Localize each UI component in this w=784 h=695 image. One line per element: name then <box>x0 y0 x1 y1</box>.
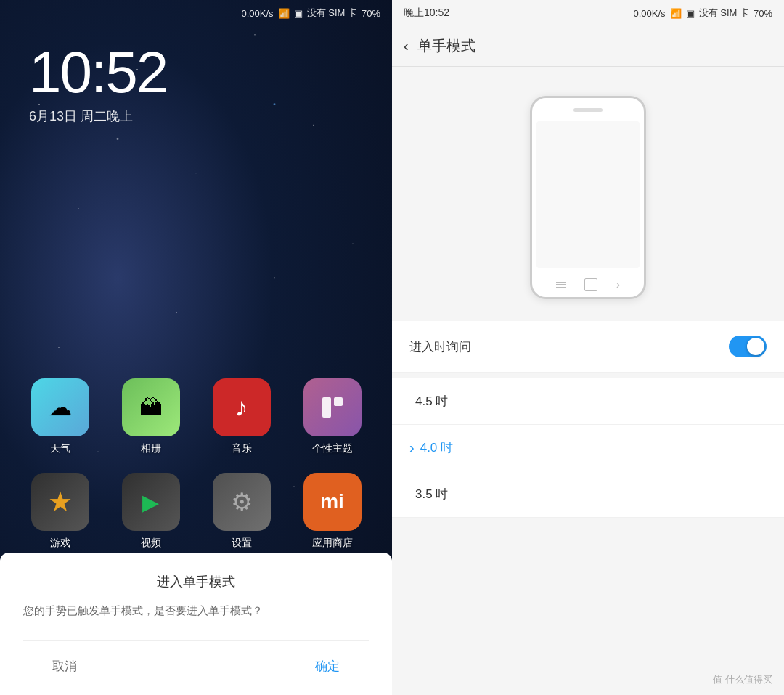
right-statusbar: 晚上10:52 0.00K/s 📶 ▣ 没有 SIM 卡 70% <box>392 0 784 26</box>
clock-time: 10:52 <box>29 44 167 102</box>
app-label-music: 音乐 <box>232 442 252 455</box>
phone-mock-speaker <box>573 108 603 112</box>
dialog-buttons: 取消 确定 <box>23 640 369 680</box>
phone-mock: › <box>530 96 646 299</box>
ask-on-enter-row: 进入时询问 <box>392 321 784 373</box>
watermark: 值 什么值得买 <box>713 673 772 686</box>
home-square-icon <box>584 278 597 291</box>
dialog-confirm-button[interactable]: 确定 <box>286 652 369 680</box>
back-button[interactable]: ‹ <box>404 38 409 54</box>
wifi-icon: 📶 <box>278 8 290 19</box>
sim-text-right: 没有 SIM 卡 <box>699 7 749 20</box>
signal-icon-left: ▣ <box>294 8 303 19</box>
app-icon-theme <box>303 378 362 436</box>
network-speed-left: 0.00K/s <box>242 8 274 19</box>
battery-text-right: 70% <box>754 8 772 19</box>
dialog-title: 进入单手模式 <box>23 573 369 590</box>
size-option-40[interactable]: 4.0 吋 <box>392 425 784 471</box>
left-panel: 0.00K/s 📶 ▣ 没有 SIM 卡 70% 10:52 6月13日 周二晚… <box>0 0 392 695</box>
app-icon-weather: ☁ <box>31 378 89 436</box>
app-icon-photos: 🏔 <box>122 378 180 436</box>
battery-text-left: 70% <box>362 8 380 19</box>
app-label-theme: 个性主题 <box>312 442 353 455</box>
clock-date: 6月13日 周二晚上 <box>29 107 167 125</box>
toggle-knob <box>747 338 764 355</box>
dialog-overlay: 进入单手模式 您的手势已触发单手模式，是否要进入单手模式？ 取消 确定 <box>0 499 392 695</box>
clock-area: 10:52 6月13日 周二晚上 <box>29 44 167 125</box>
app-label-weather: 天气 <box>50 442 70 455</box>
signal-icon-right: ▣ <box>686 8 695 19</box>
phone-illustration-area: › <box>392 67 784 321</box>
app-label-photos: 相册 <box>141 442 161 455</box>
app-weather[interactable]: ☁ 天气 <box>23 378 97 455</box>
svg-rect-0 <box>322 397 331 418</box>
right-panel: 晚上10:52 0.00K/s 📶 ▣ 没有 SIM 卡 70% ‹ 单手模式 … <box>392 0 784 695</box>
ask-on-enter-label: 进入时询问 <box>409 338 471 355</box>
size-option-45[interactable]: 4.5 吋 <box>392 378 784 425</box>
back-chevron-icon: › <box>616 278 620 291</box>
right-time: 晚上10:52 <box>404 7 449 20</box>
settings-content: 进入时询问 4.5 吋 4.0 吋 3.5 吋 <box>392 321 784 695</box>
dialog-box: 进入单手模式 您的手势已触发单手模式，是否要进入单手模式？ 取消 确定 <box>0 553 392 695</box>
app-theme[interactable]: 个性主题 <box>295 378 369 455</box>
right-header: ‹ 单手模式 <box>392 26 784 67</box>
size-option-35[interactable]: 3.5 吋 <box>392 471 784 518</box>
hamburger-icon <box>556 282 566 288</box>
dialog-message: 您的手势已触发单手模式，是否要进入单手模式？ <box>23 602 369 619</box>
left-statusbar: 0.00K/s 📶 ▣ 没有 SIM 卡 70% <box>0 0 392 26</box>
left-status-icons: 0.00K/s 📶 ▣ 没有 SIM 卡 70% <box>242 7 380 20</box>
app-photos[interactable]: 🏔 相册 <box>114 378 187 455</box>
phone-mock-screen <box>536 121 640 268</box>
right-status-icons: 0.00K/s 📶 ▣ 没有 SIM 卡 70% <box>634 7 772 20</box>
ask-on-enter-toggle[interactable] <box>729 336 767 357</box>
svg-rect-1 <box>334 397 343 406</box>
wifi-icon-right: 📶 <box>670 8 682 19</box>
dialog-cancel-button[interactable]: 取消 <box>23 652 106 680</box>
app-music[interactable]: ♪ 音乐 <box>205 378 278 455</box>
page-title: 单手模式 <box>417 36 475 56</box>
app-icon-music: ♪ <box>213 378 271 436</box>
sim-text-left: 没有 SIM 卡 <box>307 7 357 20</box>
network-speed-right: 0.00K/s <box>634 8 666 19</box>
size-options: 4.5 吋 4.0 吋 3.5 吋 <box>392 378 784 518</box>
phone-mock-navbar: › <box>532 278 644 291</box>
